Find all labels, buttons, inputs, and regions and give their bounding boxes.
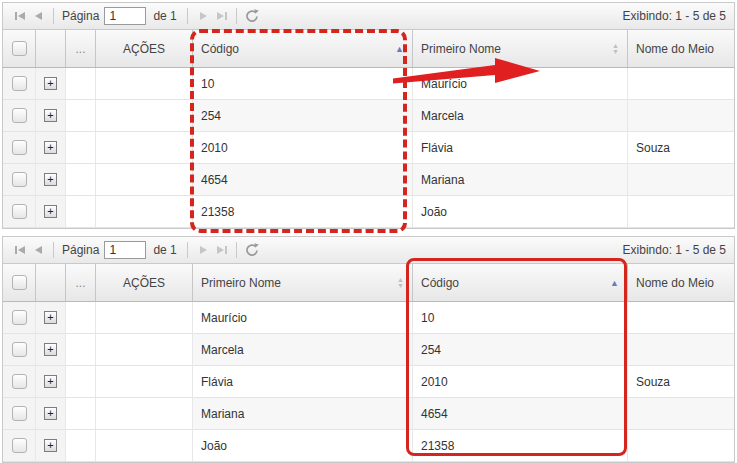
column-header-acoes[interactable]: AÇÕES [96, 264, 193, 301]
expander-column-header [36, 30, 66, 67]
dots-column-header[interactable]: ... [66, 264, 96, 301]
expand-plus-icon[interactable]: + [44, 109, 57, 122]
table-row[interactable]: + Marcela 254 [3, 334, 734, 366]
cell-codigo: 2010 [413, 366, 628, 397]
select-all-checkbox[interactable] [12, 41, 27, 56]
cell-nome-do-meio [628, 334, 734, 365]
table-row[interactable]: + 21358 João [3, 196, 734, 228]
next-page-icon [196, 9, 210, 23]
cell-primeiro-nome: João [193, 430, 413, 461]
first-page-button[interactable] [11, 241, 29, 259]
select-all-checkbox[interactable] [12, 275, 27, 290]
expand-plus-icon[interactable]: + [44, 77, 57, 90]
table-row[interactable]: + Maurício 10 [3, 302, 734, 334]
column-header-acoes[interactable]: AÇÕES [96, 30, 193, 67]
column-header-codigo[interactable]: Código▲ [413, 264, 628, 301]
cell-acoes [96, 366, 193, 397]
row-checkbox[interactable] [12, 204, 27, 219]
next-page-icon [196, 243, 210, 257]
cell-codigo: 254 [193, 100, 413, 131]
column-header-primeiro-nome[interactable]: Primeiro Nome▲▼ [193, 264, 413, 301]
table-row[interactable]: + 2010 Flávia Souza [3, 132, 734, 164]
row-checkbox[interactable] [12, 172, 27, 187]
cell-primeiro-nome: Flávia [413, 132, 628, 163]
cell-codigo: 4654 [193, 164, 413, 195]
cell-nome-do-meio: Souza [628, 366, 734, 397]
select-all-header[interactable] [3, 264, 36, 301]
sort-ascending-icon: ▲ [395, 44, 404, 54]
table-row[interactable]: + 254 Marcela [3, 100, 734, 132]
refresh-icon [244, 242, 260, 258]
row-checkbox[interactable] [12, 108, 27, 123]
expand-plus-icon[interactable]: + [44, 205, 57, 218]
toolbar-separator [236, 8, 237, 24]
cell-nome-do-meio: Souza [628, 132, 734, 163]
sortable-icon: ▲▼ [612, 43, 619, 55]
cell-codigo: 21358 [413, 430, 628, 461]
next-page-button[interactable] [194, 7, 212, 25]
row-checkbox[interactable] [12, 140, 27, 155]
dots-column-header[interactable]: ... [66, 30, 96, 67]
select-all-header[interactable] [3, 30, 36, 67]
record-count-status: Exibindo: 1 - 5 de 5 [623, 243, 726, 257]
table-row[interactable]: + Flávia 2010 Souza [3, 366, 734, 398]
row-checkbox[interactable] [12, 374, 27, 389]
last-page-icon [214, 243, 228, 257]
first-page-button[interactable] [11, 7, 29, 25]
cell-codigo: 10 [413, 302, 628, 333]
record-count-status: Exibindo: 1 - 5 de 5 [623, 9, 726, 23]
cell-nome-do-meio [628, 100, 734, 131]
page-number-input[interactable] [104, 7, 146, 25]
column-header-nome-do-meio[interactable]: Nome do Meio [628, 264, 734, 301]
last-page-button[interactable] [212, 7, 230, 25]
table-row[interactable]: + 4654 Mariana [3, 164, 734, 196]
expand-plus-icon[interactable]: + [44, 173, 57, 186]
cell-acoes [96, 302, 193, 333]
cell-primeiro-nome: Marcela [193, 334, 413, 365]
column-header-codigo[interactable]: Código▲ [193, 30, 413, 67]
cell-acoes [96, 398, 193, 429]
page-number-input[interactable] [104, 241, 146, 259]
cell-nome-do-meio [628, 196, 734, 227]
prev-page-button[interactable] [29, 241, 47, 259]
toolbar-separator [53, 8, 54, 24]
last-page-icon [214, 9, 228, 23]
sortable-icon: ▲▼ [397, 277, 404, 289]
expand-plus-icon[interactable]: + [44, 375, 57, 388]
expand-plus-icon[interactable]: + [44, 343, 57, 356]
table-row[interactable]: + João 21358 [3, 430, 734, 462]
cell-primeiro-nome: Mariana [193, 398, 413, 429]
refresh-button[interactable] [243, 7, 261, 25]
toolbar-separator [187, 242, 188, 258]
prev-page-icon [31, 243, 45, 257]
column-header-primeiro-nome[interactable]: Primeiro Nome▲▼ [413, 30, 628, 67]
page-label: Página [62, 9, 99, 23]
expand-plus-icon[interactable]: + [44, 311, 57, 324]
row-checkbox[interactable] [12, 438, 27, 453]
row-checkbox[interactable] [12, 342, 27, 357]
next-page-button[interactable] [194, 241, 212, 259]
cell-codigo: 4654 [413, 398, 628, 429]
grid-body: + 10 Maurício + 254 Marcela + [3, 68, 734, 228]
table-row[interactable]: + 10 Maurício [3, 68, 734, 100]
row-checkbox[interactable] [12, 406, 27, 421]
row-checkbox[interactable] [12, 76, 27, 91]
last-page-button[interactable] [212, 241, 230, 259]
row-checkbox[interactable] [12, 310, 27, 325]
first-page-icon [13, 9, 27, 23]
cell-codigo: 21358 [193, 196, 413, 227]
table-row[interactable]: + Mariana 4654 [3, 398, 734, 430]
refresh-button[interactable] [243, 241, 261, 259]
prev-page-icon [31, 9, 45, 23]
cell-primeiro-nome: Flávia [193, 366, 413, 397]
toolbar-separator [53, 242, 54, 258]
refresh-icon [244, 8, 260, 24]
column-header-nome-do-meio[interactable]: Nome do Meio [628, 30, 734, 67]
expand-plus-icon[interactable]: + [44, 141, 57, 154]
expand-plus-icon[interactable]: + [44, 439, 57, 452]
prev-page-button[interactable] [29, 7, 47, 25]
expander-column-header [36, 264, 66, 301]
expand-plus-icon[interactable]: + [44, 407, 57, 420]
pager-toolbar: Página de 1 Exibindo: 1 - 5 de 5 [3, 3, 734, 30]
toolbar-separator [187, 8, 188, 24]
